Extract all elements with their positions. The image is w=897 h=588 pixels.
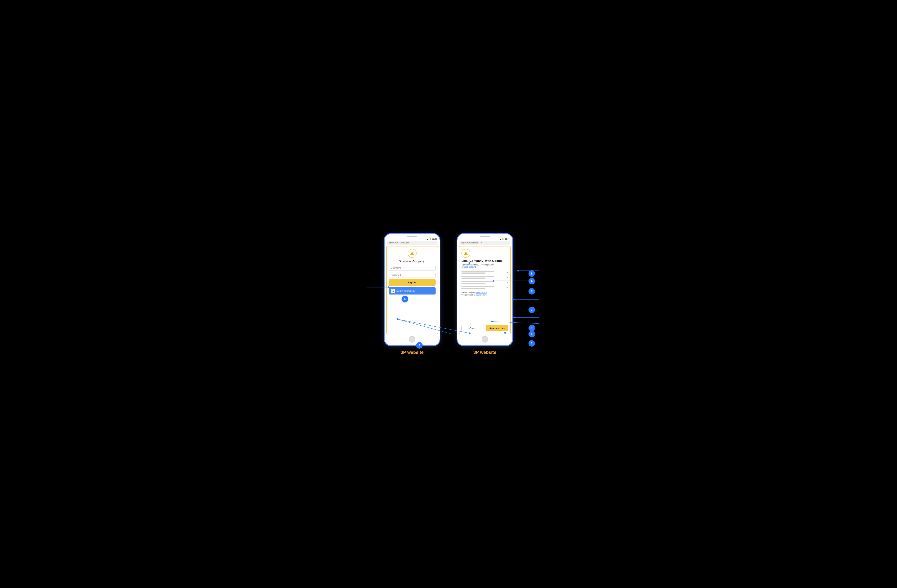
wifi-icon: ▾ <box>425 238 426 240</box>
left-browser-bar: https://www.example.com <box>387 241 438 245</box>
perm-row-1: ∨ <box>461 270 508 275</box>
left-signin-title: Sign in to [Company] <box>399 260 425 263</box>
right-phone-wrapper: ▾ ▲ 🔋 12:30 https://www.example.com Link… <box>456 233 513 355</box>
right-time-display: 12:30 <box>505 238 510 240</box>
right-phone: ▾ ▲ 🔋 12:30 https://www.example.com Link… <box>456 233 513 346</box>
perm-line <box>461 283 485 284</box>
perm-lines-3 <box>461 281 505 284</box>
svg-point-12 <box>513 317 515 318</box>
privacy-text: Review Google's Privacy Policy <box>461 292 487 293</box>
right-phone-top-bar <box>458 234 512 238</box>
left-phone-content: Sign in to [Company] Sign In <box>386 246 438 334</box>
link-title: Link [Company] with Google <box>461 259 502 263</box>
perm-lines-2 <box>461 276 505 279</box>
right-browser-bar: https://www.example.com <box>459 241 510 245</box>
signed-in-text: Signed in as user123@example.com <box>461 264 494 266</box>
change-account-link[interactable]: change account <box>461 266 476 268</box>
left-phone-top-bar <box>385 234 439 238</box>
perm-row-3: ∨ <box>461 280 508 285</box>
perm-line <box>461 278 485 279</box>
chevron-down-icon-4[interactable]: ∨ <box>507 286 508 289</box>
right-status-bar: ▾ ▲ 🔋 12:30 <box>458 238 512 241</box>
time-display: 12:30 <box>432 238 437 240</box>
right-phone-notch <box>480 236 490 237</box>
unlink-link[interactable]: example.com <box>476 294 487 296</box>
right-phone-label: 3P website <box>473 350 496 355</box>
google-icon-wrap <box>391 289 395 293</box>
perm-lines-4 <box>461 286 505 289</box>
perm-line <box>461 288 485 289</box>
left-phone-label: 3P website <box>401 350 424 355</box>
left-phone-bottom <box>385 334 439 345</box>
right-battery-icon: 🔋 <box>502 238 504 240</box>
right-url: https://www.example.com <box>461 242 482 244</box>
annotation-8: 8 <box>528 270 535 277</box>
annotation-A: A <box>528 278 535 284</box>
left-phone-notch <box>407 236 417 237</box>
right-triangle-logo-icon <box>464 252 468 255</box>
triangle-logo-icon <box>410 252 414 255</box>
right-phone-bottom <box>458 334 512 345</box>
left-url: https://www.example.com <box>389 242 409 244</box>
unlink-text: You can unlink at example.com <box>461 294 487 296</box>
annotation-7: 7 <box>528 288 535 295</box>
privacy-policy-link[interactable]: Privacy Policy <box>476 292 487 293</box>
chevron-down-icon-2[interactable]: ∨ <box>507 276 508 278</box>
perm-line <box>461 271 494 272</box>
sign-in-with-google-button[interactable]: Sign in with Google <box>389 287 436 295</box>
left-phone-wrapper: ▾ ▲ 🔋 12:30 https://www.example.com Sign… <box>384 233 441 355</box>
left-phone: ▾ ▲ 🔋 12:30 https://www.example.com Sign… <box>384 233 441 346</box>
left-status-bar: ▾ ▲ 🔋 12:30 <box>385 238 439 241</box>
battery-icon: 🔋 <box>429 238 431 240</box>
perm-row-2: ∨ <box>461 275 508 280</box>
action-buttons: Cancel Agree and link <box>461 325 508 331</box>
google-btn-text: Sign in with Google <box>396 290 416 292</box>
permission-rows: ∨ ∨ <box>461 270 508 290</box>
diagram-container: ▾ ▲ 🔋 12:30 https://www.example.com Sign… <box>336 221 561 368</box>
chevron-down-icon-1[interactable]: ∨ <box>507 271 508 273</box>
annotation-4: 4 <box>416 342 422 348</box>
perm-row-4: ∨ <box>461 285 508 290</box>
right-phone-content: Link [Company] with Google Signed in as … <box>459 246 511 334</box>
left-company-logo <box>408 249 416 258</box>
annotation-3: 3 <box>528 340 535 347</box>
right-wifi-icon: ▾ <box>497 238 499 240</box>
perm-lines-1 <box>461 271 505 274</box>
annotation-1: 1 <box>528 325 535 331</box>
svg-point-6 <box>517 270 519 272</box>
signal-icon: ▲ <box>427 238 429 240</box>
perm-line <box>461 276 494 277</box>
agree-and-link-button[interactable]: Agree and link <box>486 325 508 331</box>
perm-line <box>461 281 494 282</box>
username-input[interactable] <box>389 265 436 271</box>
right-company-logo <box>461 249 470 258</box>
right-home-button[interactable] <box>482 336 488 342</box>
left-home-button[interactable] <box>409 336 415 342</box>
annotation-5: 5 <box>402 296 408 302</box>
chevron-down-icon-3[interactable]: ∨ <box>507 281 508 283</box>
right-signal-icon: ▲ <box>499 238 501 240</box>
phones-row: ▾ ▲ 🔋 12:30 https://www.example.com Sign… <box>384 233 513 355</box>
sign-in-button[interactable]: Sign In <box>389 279 436 286</box>
annotation-6: 6 <box>528 331 535 337</box>
annotation-2: 2 <box>528 307 535 313</box>
perm-line <box>461 272 485 274</box>
perm-line <box>461 286 494 287</box>
password-input[interactable] <box>389 272 436 278</box>
google-g-icon <box>391 289 394 292</box>
cancel-button[interactable]: Cancel <box>461 325 484 331</box>
